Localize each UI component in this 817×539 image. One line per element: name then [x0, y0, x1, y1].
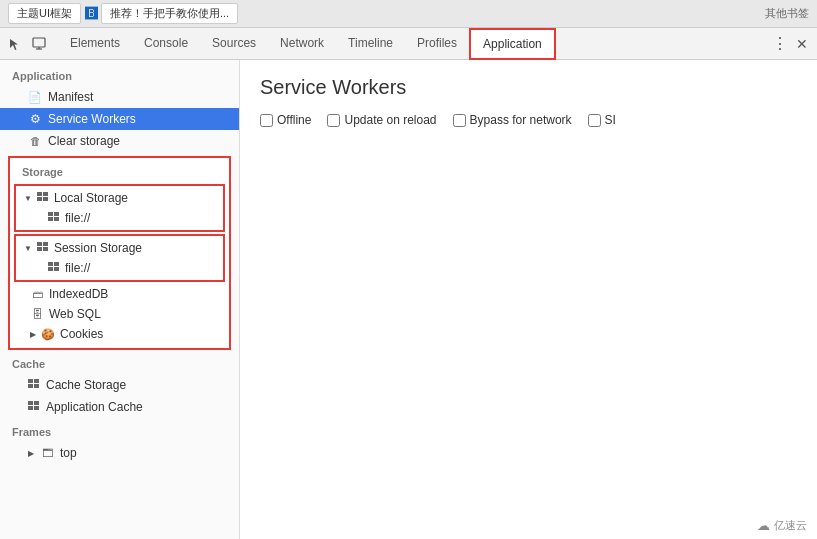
- local-storage-triangle: ▼: [24, 194, 32, 203]
- browser-bar: 主题UI框架 🅱 推荐！手把手教你使用... 其他书签: [0, 0, 817, 28]
- sidebar-item-top-frame[interactable]: ▶ 🗔 top: [0, 442, 239, 464]
- session-storage-file-icon: [48, 262, 60, 274]
- manifest-icon: 📄: [28, 90, 42, 104]
- session-storage-grid-icon: [37, 242, 49, 254]
- tab-profiles[interactable]: Profiles: [405, 28, 469, 60]
- session-storage-box: ▼ Session Storage file://: [14, 234, 225, 282]
- panel-options: Offline Update on reload Bypass for netw…: [260, 113, 797, 127]
- sidebar-item-session-storage-file[interactable]: file://: [16, 258, 223, 278]
- cursor-icon[interactable]: [4, 33, 26, 55]
- cookies-icon: 🍪: [41, 327, 55, 341]
- storage-section-label: Storage: [10, 162, 229, 182]
- sidebar-item-clear-storage[interactable]: 🗑 Clear storage: [0, 130, 239, 152]
- bypass-for-network-checkbox[interactable]: [453, 114, 466, 127]
- sidebar-item-local-storage-file[interactable]: file://: [16, 208, 223, 228]
- session-storage-triangle: ▼: [24, 244, 32, 253]
- si-option[interactable]: SI: [588, 113, 616, 127]
- application-section-label: Application: [0, 66, 239, 86]
- browser-tab-1[interactable]: 主题UI框架: [8, 3, 81, 24]
- cache-section-label: Cache: [0, 354, 239, 374]
- right-panel: Service Workers Offline Update on reload…: [240, 60, 817, 539]
- tab-timeline[interactable]: Timeline: [336, 28, 405, 60]
- sidebar: Application 📄 Manifest ⚙ Service Workers…: [0, 60, 240, 539]
- close-devtools-button[interactable]: ✕: [791, 33, 813, 55]
- local-storage-box: ▼ Local Storage file://: [14, 184, 225, 232]
- bypass-for-network-option[interactable]: Bypass for network: [453, 113, 572, 127]
- sidebar-item-local-storage[interactable]: ▼ Local Storage: [16, 188, 223, 208]
- local-storage-file-icon: [48, 212, 60, 224]
- devtools-container: Elements Console Sources Network Timelin…: [0, 28, 817, 539]
- inspect-icon[interactable]: [28, 33, 50, 55]
- tab-bar-icons: [4, 33, 50, 55]
- update-on-reload-checkbox[interactable]: [327, 114, 340, 127]
- browser-tab-2[interactable]: 推荐！手把手教你使用...: [101, 3, 238, 24]
- service-workers-icon: ⚙: [28, 112, 42, 126]
- tab-sources[interactable]: Sources: [200, 28, 268, 60]
- watermark: ☁ 亿速云: [757, 518, 807, 533]
- browser-tabs-area: 主题UI框架 🅱 推荐！手把手教你使用...: [8, 3, 765, 24]
- cache-section: Cache Cache Storage Application Cache: [0, 354, 239, 418]
- sidebar-item-indexeddb[interactable]: 🗃 IndexedDB: [10, 284, 229, 304]
- web-sql-icon: 🗄: [30, 307, 44, 321]
- main-content: Application 📄 Manifest ⚙ Service Workers…: [0, 60, 817, 539]
- watermark-icon: ☁: [757, 518, 770, 533]
- tab-elements[interactable]: Elements: [58, 28, 132, 60]
- sidebar-item-web-sql[interactable]: 🗄 Web SQL: [10, 304, 229, 324]
- sidebar-item-service-workers[interactable]: ⚙ Service Workers: [0, 108, 239, 130]
- update-on-reload-option[interactable]: Update on reload: [327, 113, 436, 127]
- frames-section: Frames ▶ 🗔 top: [0, 422, 239, 464]
- offline-option[interactable]: Offline: [260, 113, 311, 127]
- offline-checkbox[interactable]: [260, 114, 273, 127]
- sidebar-item-manifest[interactable]: 📄 Manifest: [0, 86, 239, 108]
- frames-section-label: Frames: [0, 422, 239, 442]
- tab-console[interactable]: Console: [132, 28, 200, 60]
- frame-icon: 🗔: [40, 446, 54, 460]
- tab2-icon: 🅱: [85, 6, 98, 21]
- svg-rect-0: [33, 38, 45, 47]
- indexeddb-icon: 🗃: [30, 287, 44, 301]
- cookies-triangle: ▶: [30, 330, 36, 339]
- local-storage-grid-icon: [37, 192, 49, 204]
- clear-storage-icon: 🗑: [28, 134, 42, 148]
- more-tabs-button[interactable]: ⋮: [769, 33, 791, 55]
- sidebar-item-session-storage[interactable]: ▼ Session Storage: [16, 238, 223, 258]
- si-checkbox[interactable]: [588, 114, 601, 127]
- tab-application[interactable]: Application: [469, 28, 556, 60]
- devtools-tab-bar: Elements Console Sources Network Timelin…: [0, 28, 817, 60]
- application-cache-icon: [28, 401, 40, 413]
- cache-storage-icon: [28, 379, 40, 391]
- storage-section: Storage ▼ Local Storage: [8, 156, 231, 350]
- sidebar-item-cookies[interactable]: ▶ 🍪 Cookies: [10, 324, 229, 344]
- bookmarks-label: 其他书签: [765, 6, 809, 21]
- tab-network[interactable]: Network: [268, 28, 336, 60]
- sidebar-item-cache-storage[interactable]: Cache Storage: [0, 374, 239, 396]
- frame-triangle: ▶: [28, 449, 34, 458]
- sidebar-item-application-cache[interactable]: Application Cache: [0, 396, 239, 418]
- panel-title: Service Workers: [260, 76, 797, 99]
